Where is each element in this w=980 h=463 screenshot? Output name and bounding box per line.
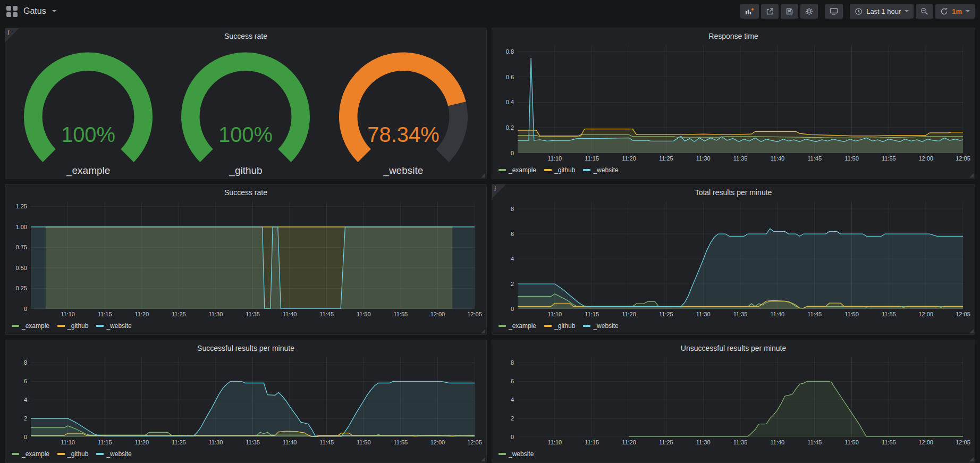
- x-tick-label: 11:50: [357, 439, 371, 445]
- gauge-value: 100%: [61, 123, 115, 146]
- save-dashboard-button[interactable]: [781, 4, 798, 19]
- legend-color-dash: [499, 169, 506, 171]
- y-tick-label: 4: [511, 397, 514, 403]
- panel-total-results-per-minute: i Total results per minute 02468 11:1011…: [492, 184, 975, 335]
- legend-item-_website[interactable]: _website: [583, 322, 618, 330]
- gauge-_github: 100%_github: [175, 52, 316, 176]
- chart-plot-area[interactable]: [31, 357, 475, 437]
- x-tick-label: 11:40: [770, 311, 784, 317]
- chart-legend: _example_github_website: [10, 448, 482, 460]
- chart-plot-area[interactable]: [518, 45, 963, 153]
- x-tick-label: 11:30: [696, 155, 711, 162]
- gauge-arc: 100%: [18, 52, 159, 165]
- legend-item-_website[interactable]: _website: [96, 322, 131, 330]
- x-tick-label: 11:10: [547, 439, 562, 445]
- panel-title[interactable]: Success rate: [5, 184, 486, 200]
- panel-resize-handle[interactable]: [481, 329, 485, 333]
- add-panel-button[interactable]: [740, 4, 759, 19]
- dashboard-title-menu[interactable]: Gatus: [6, 6, 56, 17]
- dashboard-settings-button[interactable]: [800, 4, 818, 19]
- chart-plot-area[interactable]: [31, 201, 475, 309]
- x-tick-label: 12:00: [430, 311, 445, 317]
- legend-series-name: _website: [593, 322, 618, 330]
- x-tick-label: 11:45: [319, 311, 334, 317]
- y-tick-label: 0: [24, 306, 27, 312]
- x-tick-label: 11:45: [807, 155, 822, 162]
- legend-item-_github[interactable]: _github: [544, 166, 575, 174]
- legend-item-_example[interactable]: _example: [499, 322, 536, 330]
- x-axis: 11:1011:1511:2011:2511:3011:3511:4011:45…: [518, 309, 963, 319]
- panel-title[interactable]: Success rate: [5, 28, 486, 44]
- chart-legend: _example_github_website: [10, 319, 482, 332]
- gauge-endpoint-label: _website: [333, 165, 474, 176]
- x-tick-label: 11:45: [807, 311, 822, 317]
- y-tick-label: 1.25: [16, 203, 27, 209]
- legend-item-_example[interactable]: _example: [12, 450, 49, 458]
- panel-title[interactable]: Response time: [492, 28, 975, 44]
- x-tick-label: 11:30: [209, 311, 223, 317]
- panel-resize-handle[interactable]: [481, 173, 485, 178]
- y-tick-label: 0: [24, 434, 27, 440]
- panel-info-corner[interactable]: i: [492, 184, 506, 198]
- legend-color-dash: [96, 453, 104, 455]
- legend-item-_example[interactable]: _example: [499, 166, 536, 174]
- legend-series-name: _website: [509, 450, 534, 458]
- refresh-picker-button[interactable]: 1m: [935, 4, 975, 19]
- x-tick-label: 11:10: [547, 311, 562, 317]
- top-navbar: Gatus: [0, 0, 980, 22]
- legend-item-_website[interactable]: _website: [499, 450, 534, 458]
- x-tick-label: 11:20: [622, 155, 636, 162]
- legend-series-name: _github: [67, 322, 88, 330]
- gauge-_example: 100%_example: [18, 52, 159, 176]
- y-tick-label: 0.4: [506, 99, 514, 105]
- y-tick-label: 0.2: [506, 124, 514, 131]
- legend-item-_github[interactable]: _github: [57, 322, 88, 330]
- cycle-view-mode-button[interactable]: [825, 4, 843, 19]
- panel-resize-handle[interactable]: [969, 173, 974, 178]
- x-tick-label: 12:00: [918, 311, 933, 317]
- time-series-chart: 02468 11:1011:1511:2011:2511:3011:3511:4…: [10, 357, 482, 460]
- zoom-out-icon: [920, 7, 928, 15]
- legend-item-_website[interactable]: _website: [583, 166, 618, 174]
- panel-title[interactable]: Unsuccessful results per minute: [492, 340, 975, 356]
- zoom-out-time-range-button[interactable]: [916, 4, 933, 19]
- legend-series-name: _github: [554, 322, 575, 330]
- panel-title[interactable]: Total results per minute: [492, 184, 975, 200]
- x-axis: 11:1011:1511:2011:2511:3011:3511:4011:45…: [518, 437, 963, 448]
- y-tick-label: 4: [511, 256, 514, 262]
- legend-series-name: _website: [593, 166, 618, 174]
- panel-info-corner[interactable]: i: [5, 28, 19, 42]
- x-tick-label: 12:00: [918, 439, 933, 445]
- legend-series-name: _example: [509, 322, 536, 330]
- legend-item-_example[interactable]: _example: [12, 322, 49, 330]
- x-axis: 11:1011:1511:2011:2511:3011:3511:4011:45…: [31, 309, 475, 319]
- panel-title[interactable]: Successful results per minute: [5, 340, 486, 356]
- x-tick-label: 11:35: [733, 439, 748, 445]
- x-tick-label: 11:25: [659, 311, 673, 317]
- legend-item-_website[interactable]: _website: [96, 450, 131, 458]
- y-tick-label: 0: [511, 306, 514, 312]
- series-fill-_website: [518, 229, 963, 309]
- y-axis: 00.250.500.751.001.25: [10, 201, 31, 309]
- x-tick-label: 11:15: [98, 439, 112, 445]
- time-range-picker-button[interactable]: Last 1 hour: [850, 4, 914, 19]
- legend-item-_github[interactable]: _github: [57, 450, 88, 458]
- x-tick-label: 11:30: [696, 311, 711, 317]
- legend-item-_github[interactable]: _github: [544, 322, 575, 330]
- legend-series-name: _github: [554, 166, 575, 174]
- panel-resize-handle[interactable]: [969, 457, 974, 461]
- tv-mode-icon: [830, 7, 838, 15]
- share-dashboard-button[interactable]: [761, 4, 779, 19]
- panel-resize-handle[interactable]: [481, 457, 485, 461]
- x-tick-label: 12:00: [430, 439, 445, 445]
- time-series-chart: 02468 11:1011:1511:2011:2511:3011:3511:4…: [496, 201, 970, 332]
- x-axis: 11:1011:1511:2011:2511:3011:3511:4011:45…: [518, 153, 963, 164]
- grid-logo-icon: [6, 6, 18, 17]
- chart-plot-area[interactable]: [518, 357, 963, 437]
- panel-resize-handle[interactable]: [969, 329, 974, 333]
- y-tick-label: 6: [511, 231, 514, 237]
- y-tick-label: 8: [24, 359, 27, 366]
- chart-plot-area[interactable]: [518, 201, 963, 309]
- legend-color-dash: [583, 325, 590, 327]
- time-series-chart: 00.20.40.60.8 11:1011:1511:2011:2511:301…: [496, 45, 970, 176]
